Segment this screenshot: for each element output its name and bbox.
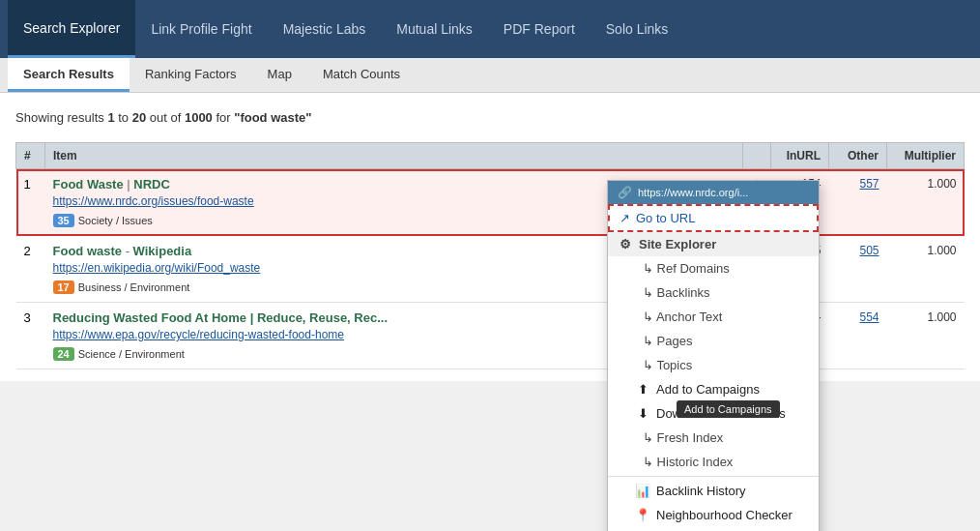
dropdown-url-display: https://www.nrdc.org/i... xyxy=(638,187,748,198)
dropdown-ref-domains[interactable]: ↳ Ref Domains xyxy=(608,256,819,280)
context-dropdown: 🔗 https://www.nrdc.org/i... ↗ Go to URL … xyxy=(607,180,820,531)
go-to-url-button[interactable]: ↗ Go to URL xyxy=(608,204,819,232)
dropdown-create-report[interactable]: ≡ Create a report xyxy=(608,527,819,531)
item-category: 24 Science / Environment xyxy=(53,347,185,361)
location-icon: 📍 xyxy=(635,508,650,522)
dropdown-historic-index[interactable]: ↳ Historic Index xyxy=(608,450,819,474)
dropdown-add-campaigns[interactable]: ⬆ Add to Campaigns xyxy=(608,377,819,401)
nav-mutual-links[interactable]: Mutual Links xyxy=(381,0,488,58)
row-multiplier: 1.000 xyxy=(887,303,965,369)
divider xyxy=(608,476,819,477)
col-header-multiplier: Multiplier xyxy=(887,143,965,169)
row-number: 1 xyxy=(16,169,45,236)
table-row: 2 Food waste - Wikipedia https://en.wiki… xyxy=(16,236,965,303)
item-url-link[interactable]: https://en.wikipedia.org/wiki/Food_waste xyxy=(53,261,261,275)
dropdown-neighbourhood-checker[interactable]: 📍 Neighbourhood Checker xyxy=(608,503,819,527)
nav-solo-links[interactable]: Solo Links xyxy=(591,0,684,58)
tab-search-results[interactable]: Search Results xyxy=(8,58,130,92)
row-multiplier: 1.000 xyxy=(887,169,965,236)
row-other: 505 xyxy=(829,236,887,303)
row-multiplier: 1.000 xyxy=(887,236,965,303)
chart-icon: 📊 xyxy=(635,484,650,498)
dropdown-anchor-text[interactable]: ↳ Anchor Text xyxy=(608,305,819,329)
nav-majestic-labs[interactable]: Majestic Labs xyxy=(268,0,382,58)
results-table-container: # Item InURL Other Multiplier 1 Food Was… xyxy=(15,142,965,369)
dropdown-pages[interactable]: ↳ Pages xyxy=(608,329,819,353)
nav-link-profile-fight[interactable]: Link Profile Fight xyxy=(135,0,267,58)
col-header-inurl: InURL xyxy=(771,143,829,169)
row-other: 554 xyxy=(829,303,887,369)
external-link-icon: 🔗 xyxy=(618,186,632,199)
col-header-num: # xyxy=(16,143,45,169)
top-navigation: Search Explorer Link Profile Fight Majes… xyxy=(0,0,980,58)
results-table: # Item InURL Other Multiplier 1 Food Was… xyxy=(15,142,965,369)
dropdown-site-explorer: ⚙ Site Explorer xyxy=(608,232,819,256)
tab-map[interactable]: Map xyxy=(252,58,307,92)
download-icon: ⬇ xyxy=(635,406,650,421)
dropdown-header: 🔗 https://www.nrdc.org/i... xyxy=(608,181,819,204)
item-category: 35 Society / Issues xyxy=(53,214,153,227)
col-header-other: Other xyxy=(829,143,887,169)
row-other: 557 xyxy=(829,169,887,236)
dropdown-topics[interactable]: ↳ Topics xyxy=(608,353,819,377)
item-category: 17 Business / Environment xyxy=(53,280,190,294)
tooltip-bubble: Add to Campaigns xyxy=(677,400,780,418)
row-number: 2 xyxy=(16,236,45,303)
tab-ranking-factors[interactable]: Ranking Factors xyxy=(130,58,252,92)
dropdown-backlinks[interactable]: ↳ Backlinks xyxy=(608,280,819,305)
item-url-link[interactable]: https://www.nrdc.org/issues/food-waste xyxy=(53,194,254,208)
table-header-row: # Item InURL Other Multiplier xyxy=(16,143,965,169)
category-badge: 24 xyxy=(53,347,74,361)
col-header-item: Item xyxy=(45,143,743,169)
row-number: 3 xyxy=(16,303,45,369)
dropdown-backlink-history[interactable]: 📊 Backlink History xyxy=(608,479,819,503)
category-badge: 35 xyxy=(53,214,74,227)
main-content: Showing results 1 to 20 out of 1000 for … xyxy=(0,93,980,381)
item-url-link[interactable]: https://www.epa.gov/recycle/reducing-was… xyxy=(53,328,344,341)
dropdown-fresh-index[interactable]: ↳ Fresh Index xyxy=(608,426,819,450)
goto-icon: ↗ xyxy=(620,211,630,225)
gear-icon: ⚙ xyxy=(618,237,633,251)
nav-search-explorer[interactable]: Search Explorer xyxy=(8,0,135,58)
upload-icon: ⬆ xyxy=(635,382,650,397)
table-row: 3 Reducing Wasted Food At Home | Reduce,… xyxy=(16,303,965,369)
results-summary: Showing results 1 to 20 out of 1000 for … xyxy=(15,104,965,131)
table-row: 1 Food Waste | NRDC https://www.nrdc.org… xyxy=(16,169,965,236)
nav-pdf-report[interactable]: PDF Report xyxy=(488,0,591,58)
category-badge: 17 xyxy=(53,280,74,294)
col-header-gear xyxy=(743,143,771,169)
tab-match-counts[interactable]: Match Counts xyxy=(307,58,416,92)
sub-navigation: Search Results Ranking Factors Map Match… xyxy=(0,58,980,93)
